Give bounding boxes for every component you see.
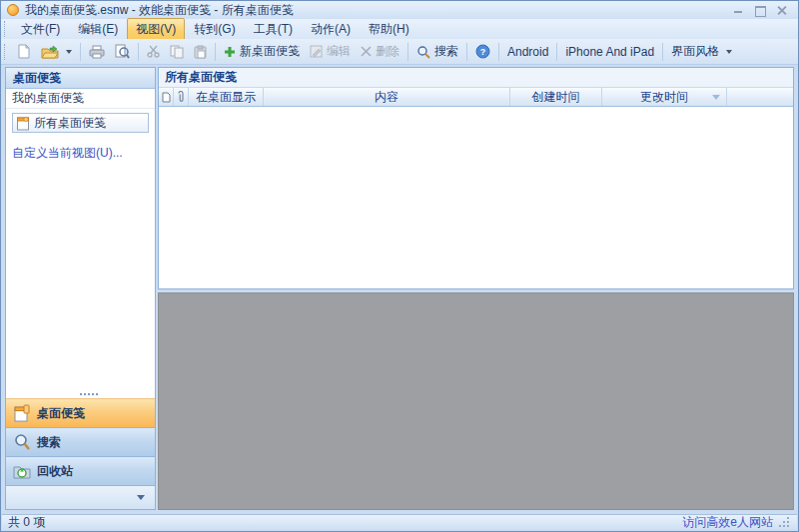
content-caption: 所有桌面便笺	[159, 68, 793, 88]
paste-icon	[194, 45, 207, 59]
table-header-row: 在桌面显示 内容 创建时间 更改时间	[159, 88, 793, 107]
menu-item-goto[interactable]: 转到(G)	[185, 18, 244, 41]
sidebar-header: 桌面便笺	[6, 68, 155, 89]
print-button[interactable]	[84, 41, 110, 63]
menu-item-help[interactable]: 帮助(H)	[360, 18, 418, 41]
new-file-icon	[17, 44, 31, 59]
toolbar-separator	[556, 43, 557, 61]
status-bar: 共 0 项 访问高效e人网站	[2, 514, 797, 530]
column-header-show-on-desktop[interactable]: 在桌面显示	[189, 88, 264, 106]
add-note-label: 新桌面便笺	[240, 43, 300, 60]
add-note-button[interactable]: 新桌面便笺	[219, 41, 305, 63]
window-controls	[732, 5, 798, 15]
app-icon	[7, 4, 19, 16]
content-area: 桌面便笺 我的桌面便笺 所有桌面便笺 自定义当前视图(U)...	[5, 67, 794, 510]
search-button[interactable]: 搜索	[411, 41, 463, 63]
maximize-button[interactable]	[754, 5, 766, 15]
ui-style-caret-icon	[726, 50, 732, 54]
notes-list-panel: 所有桌面便笺 在桌面显示 内容 创建时间	[158, 67, 794, 289]
sidebar: 桌面便笺 我的桌面便笺 所有桌面便笺 自定义当前视图(U)...	[5, 67, 156, 510]
menu-item-tools[interactable]: 工具(T)	[245, 18, 302, 41]
help-button[interactable]: ?	[470, 41, 495, 63]
nav-splitter-handle[interactable]	[6, 390, 155, 398]
search-icon	[416, 45, 430, 59]
menu-item-view[interactable]: 视图(V)	[127, 18, 185, 41]
open-folder-icon	[41, 45, 59, 59]
toolbar-separator	[138, 43, 139, 61]
column-header-modified-time-label: 更改时间	[640, 89, 688, 106]
delete-note-label: 删除	[376, 43, 400, 60]
delete-x-icon	[361, 46, 372, 57]
recycle-bin-icon	[13, 462, 31, 480]
window-title: 我的桌面便笺.esnw - 效能桌面便笺 - 所有桌面便笺	[25, 2, 294, 19]
notes-list-area[interactable]	[159, 107, 793, 288]
help-icon: ?	[475, 44, 490, 59]
svg-text:?: ?	[480, 47, 486, 57]
website-link[interactable]: 访问高效e人网站	[682, 514, 773, 531]
close-button[interactable]	[776, 5, 788, 15]
toolbar-separator	[215, 43, 216, 61]
column-header-modified-time[interactable]: 更改时间	[602, 88, 727, 106]
toolbar-separator	[466, 43, 467, 61]
sidebar-group-my-notes[interactable]: 我的桌面便笺	[6, 89, 155, 109]
add-icon	[224, 46, 236, 58]
cut-button[interactable]	[142, 41, 165, 63]
edit-note-button[interactable]: 编辑	[305, 41, 356, 63]
customize-view-link[interactable]: 自定义当前视图(U)...	[12, 145, 155, 162]
nav-button-notes-label: 桌面便笺	[37, 405, 85, 422]
note-icon	[16, 116, 30, 131]
toolbar-separator	[80, 43, 81, 61]
menu-item-edit[interactable]: 编辑(E)	[69, 18, 127, 41]
toolbar: 新桌面便笺 编辑 删除 搜索	[1, 39, 798, 65]
print-icon	[89, 45, 105, 59]
minimize-button[interactable]	[732, 5, 744, 15]
column-header-created-time[interactable]: 创建时间	[510, 88, 602, 106]
doc-column-icon	[162, 92, 171, 103]
search-label: 搜索	[434, 43, 458, 60]
paste-button[interactable]	[189, 41, 212, 63]
open-button[interactable]	[36, 41, 77, 63]
resize-grip[interactable]	[787, 525, 789, 527]
table-header-filler	[727, 88, 793, 106]
print-preview-button[interactable]	[110, 41, 135, 63]
column-header-doc[interactable]	[159, 88, 174, 106]
cut-icon	[147, 45, 160, 58]
nav-button-recycle-label: 回收站	[37, 463, 73, 480]
print-preview-icon	[115, 44, 130, 59]
toolbar-separator	[662, 43, 663, 61]
search-nav-icon	[13, 433, 31, 451]
copy-button[interactable]	[165, 41, 189, 63]
nav-options-caret-icon[interactable]	[137, 495, 145, 500]
ui-style-button[interactable]: 界面风格	[666, 41, 737, 63]
column-header-content[interactable]: 内容	[264, 88, 510, 106]
status-right-section: 访问高效e人网站	[682, 514, 791, 531]
nav-button-search[interactable]: 搜索	[6, 427, 155, 456]
status-count: 共 0 项	[8, 514, 45, 531]
nav-button-search-label: 搜索	[37, 434, 61, 451]
sidebar-item-all-notes[interactable]: 所有桌面便笺	[12, 113, 149, 133]
toolbar-separator	[407, 43, 408, 61]
iphone-ipad-button[interactable]: iPhone And iPad	[560, 41, 659, 63]
column-header-attachment[interactable]	[174, 88, 189, 106]
nav-button-notes[interactable]: 桌面便笺	[6, 398, 155, 427]
android-button[interactable]: Android	[502, 41, 553, 63]
menu-item-actions[interactable]: 动作(A)	[302, 18, 360, 41]
notes-nav-icon	[13, 404, 31, 422]
edit-pencil-icon	[310, 45, 323, 58]
open-dropdown-caret-icon	[66, 50, 72, 54]
title-bar: 我的桌面便笺.esnw - 效能桌面便笺 - 所有桌面便笺	[1, 1, 798, 19]
menubar-grip[interactable]	[4, 21, 9, 37]
sort-caret-icon	[712, 95, 720, 100]
toolbar-grip[interactable]	[4, 44, 9, 60]
nav-button-recycle[interactable]: 回收站	[6, 456, 155, 485]
menu-item-file[interactable]: 文件(F)	[12, 18, 69, 41]
toolbar-separator	[498, 43, 499, 61]
edit-note-label: 编辑	[327, 43, 351, 60]
attachment-paperclip-icon	[177, 91, 185, 103]
app-window: 我的桌面便笺.esnw - 效能桌面便笺 - 所有桌面便笺 文件(F) 编辑(E…	[0, 0, 799, 532]
main-panel: 所有桌面便笺 在桌面显示 内容 创建时间	[158, 67, 794, 510]
new-file-button[interactable]	[12, 41, 36, 63]
delete-note-button[interactable]: 删除	[356, 41, 404, 63]
menu-bar: 文件(F) 编辑(E) 视图(V) 转到(G) 工具(T) 动作(A) 帮助(H…	[1, 19, 798, 39]
copy-icon	[170, 45, 184, 59]
